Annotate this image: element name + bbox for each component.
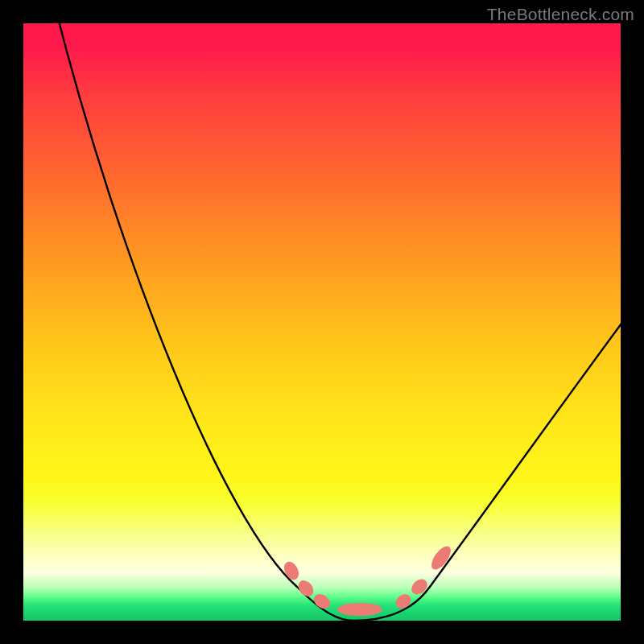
bottleneck-curve [53, 0, 635, 621]
curve-marker [393, 592, 414, 612]
curve-marker [408, 576, 430, 598]
outer-frame: TheBottleneck.com [0, 0, 644, 644]
plot-area [23, 23, 621, 621]
curve-marker [337, 603, 382, 616]
watermark-text: TheBottleneck.com [487, 5, 634, 24]
marker-group [281, 543, 454, 616]
curve-marker [281, 559, 301, 583]
chart-svg [23, 23, 621, 621]
